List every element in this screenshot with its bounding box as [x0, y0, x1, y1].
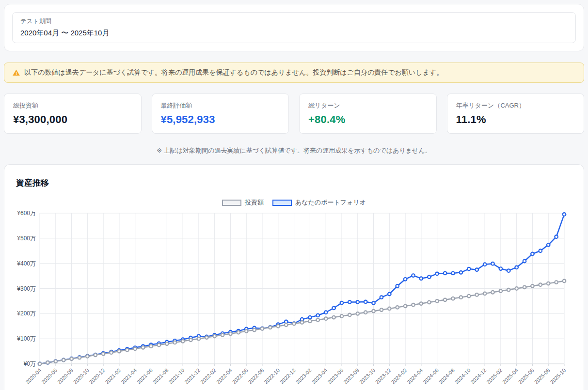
svg-text:¥600万: ¥600万 — [16, 210, 36, 217]
svg-text:2021-08: 2021-08 — [152, 367, 170, 385]
data-point — [451, 272, 455, 275]
data-point — [467, 295, 471, 298]
test-period-label: テスト期間 — [20, 17, 568, 26]
data-point — [269, 326, 272, 329]
svg-text:2022-08: 2022-08 — [247, 367, 265, 385]
data-point — [388, 307, 391, 311]
test-period-value: 2020年04月 〜 2025年10月 — [20, 29, 568, 38]
data-point — [364, 311, 367, 314]
data-point — [515, 266, 518, 269]
data-point — [332, 307, 335, 310]
stat-label: 総投資額 — [13, 101, 132, 110]
data-point — [404, 278, 407, 281]
data-point — [523, 286, 526, 289]
data-point — [435, 299, 439, 303]
data-point — [507, 288, 510, 292]
data-point — [301, 321, 304, 324]
legend-item[interactable]: あなたのポートフォリオ — [272, 198, 366, 207]
data-point — [118, 350, 121, 353]
svg-text:2023-10: 2023-10 — [358, 367, 376, 385]
data-point — [420, 277, 423, 280]
data-point — [110, 351, 113, 354]
data-point — [491, 262, 494, 265]
stats-footnote: ※ 上記は対象期間の過去実績に基づく試算値です。将来の運用成果を示すものではあり… — [4, 146, 584, 155]
data-point — [165, 342, 169, 345]
data-point — [547, 243, 550, 247]
data-point — [372, 310, 375, 313]
svg-text:2025-10: 2025-10 — [549, 367, 567, 385]
svg-text:2021-12: 2021-12 — [183, 367, 201, 385]
data-point — [237, 331, 240, 334]
data-point — [404, 304, 407, 308]
data-point — [515, 287, 518, 290]
legend-label: 投資額 — [245, 198, 264, 207]
data-point — [444, 272, 447, 275]
svg-text:2025-06: 2025-06 — [517, 367, 535, 385]
data-point — [364, 300, 367, 304]
data-point — [412, 274, 415, 277]
svg-text:¥400万: ¥400万 — [16, 260, 36, 267]
data-point — [158, 343, 161, 347]
data-point — [62, 359, 65, 362]
svg-text:2025-04: 2025-04 — [501, 367, 519, 385]
asset-chart[interactable]: 2020-042020-062020-082020-102020-122021-… — [16, 209, 572, 390]
test-period-card: テスト期間 2020年04月 〜 2025年10月 — [4, 4, 584, 51]
data-point — [451, 297, 455, 300]
data-point — [181, 340, 185, 343]
data-point — [142, 346, 145, 349]
legend-swatch — [222, 200, 241, 206]
svg-text:2022-10: 2022-10 — [263, 367, 281, 385]
svg-text:2024-10: 2024-10 — [454, 367, 472, 385]
data-point — [483, 263, 487, 266]
warning-triangle-icon — [12, 69, 20, 77]
svg-text:¥200万: ¥200万 — [16, 310, 36, 317]
stat-label: 年率リターン（CAGR） — [456, 101, 575, 110]
data-point — [78, 356, 81, 359]
svg-text:2021-10: 2021-10 — [167, 367, 185, 385]
svg-text:2020-08: 2020-08 — [56, 367, 74, 385]
data-point — [507, 269, 510, 272]
data-point — [388, 293, 391, 296]
legend-item[interactable]: 投資額 — [222, 198, 264, 207]
svg-text:2024-06: 2024-06 — [422, 367, 440, 385]
data-point — [475, 293, 478, 296]
svg-text:2021-04: 2021-04 — [120, 367, 138, 385]
svg-text:2024-02: 2024-02 — [390, 367, 408, 385]
svg-text:2020-06: 2020-06 — [40, 367, 58, 385]
data-point — [285, 323, 288, 327]
data-point — [348, 313, 351, 317]
svg-text:2022-02: 2022-02 — [199, 367, 217, 385]
data-point — [245, 329, 248, 333]
svg-text:2022-12: 2022-12 — [279, 367, 297, 385]
test-period-box: テスト期間 2020年04月 〜 2025年10月 — [12, 12, 576, 43]
data-point — [221, 333, 224, 337]
data-point — [197, 337, 201, 341]
data-point — [444, 298, 447, 302]
data-point — [563, 213, 566, 216]
data-point — [38, 362, 42, 366]
data-point — [428, 301, 431, 304]
svg-text:2023-04: 2023-04 — [311, 367, 329, 385]
backtest-result-page: テスト期間 2020年04月 〜 2025年10月 以下の数値は過去データに基づ… — [0, 0, 588, 390]
svg-text:2022-06: 2022-06 — [231, 367, 249, 385]
data-point — [531, 252, 534, 256]
data-point — [460, 296, 463, 299]
svg-text:2025-02: 2025-02 — [485, 367, 503, 385]
legend-label: あなたのポートフォリオ — [295, 198, 366, 207]
data-point — [261, 327, 264, 330]
data-point — [555, 235, 558, 238]
data-point — [277, 325, 280, 328]
data-point — [189, 338, 192, 342]
data-point — [483, 292, 487, 296]
data-point — [324, 311, 328, 314]
data-point — [285, 320, 288, 324]
svg-text:2023-12: 2023-12 — [374, 367, 392, 385]
stat-value: ¥5,952,933 — [161, 113, 280, 126]
data-point — [396, 306, 399, 309]
data-point — [396, 284, 399, 288]
disclaimer-text: 以下の数値は過去データに基づく試算です。将来の運用成果を保証するものではありませ… — [24, 68, 443, 77]
data-point — [420, 302, 423, 305]
svg-text:2023-06: 2023-06 — [326, 367, 344, 385]
svg-text:2024-08: 2024-08 — [438, 367, 456, 385]
data-point — [86, 355, 89, 358]
